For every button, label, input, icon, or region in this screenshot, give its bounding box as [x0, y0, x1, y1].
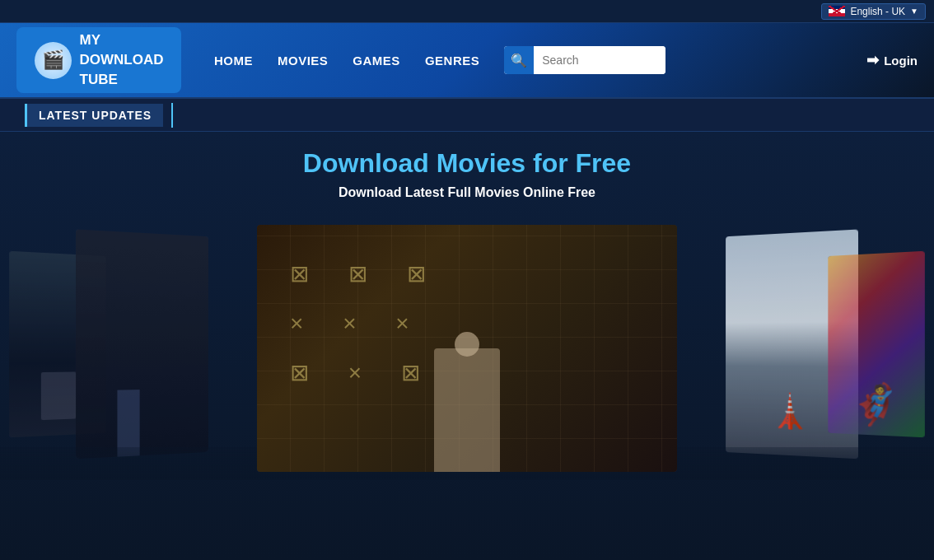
logo-icon	[35, 42, 72, 79]
search-input[interactable]	[534, 46, 665, 74]
center-figure	[434, 348, 500, 472]
movie-card-far-right[interactable]	[828, 251, 925, 437]
movie-card-left[interactable]	[76, 229, 208, 459]
updates-divider	[171, 103, 173, 128]
logo-text: MY DOWNLOAD TUBE	[80, 30, 164, 89]
nav-movies[interactable]: MOVIES	[278, 54, 328, 68]
top-bar: English - UK ▼	[0, 0, 934, 23]
search-button[interactable]: 🔍	[504, 46, 534, 74]
nav-genres[interactable]: GENRES	[425, 54, 479, 68]
language-selector[interactable]: English - UK ▼	[821, 3, 926, 20]
movie-poster-left	[76, 229, 208, 459]
movie-card-center[interactable]	[257, 225, 677, 472]
search-container: 🔍	[504, 46, 665, 74]
header: MY DOWNLOAD TUBE HOME MOVIES GAMES GENRE…	[0, 23, 934, 97]
nav-home[interactable]: HOME	[214, 54, 253, 68]
login-label: Login	[884, 54, 918, 68]
movie-poster-far-right	[828, 251, 925, 437]
movie-carousel	[0, 217, 934, 480]
language-label: English - UK	[850, 6, 905, 17]
flag-uk-icon	[829, 6, 845, 16]
movie-poster-center	[257, 225, 677, 472]
logo[interactable]: MY DOWNLOAD TUBE	[16, 27, 181, 93]
main-content: Download Movies for Free Download Latest…	[0, 132, 934, 560]
latest-updates-label: LATEST UPDATES	[25, 104, 163, 127]
latest-updates-bar: LATEST UPDATES	[0, 97, 934, 132]
chevron-down-icon: ▼	[910, 7, 918, 16]
hero-title: Download Movies for Free	[0, 148, 934, 179]
hero-subtitle: Download Latest Full Movies Online Free	[0, 185, 934, 200]
login-button[interactable]: ➡ Login	[866, 51, 918, 69]
nav-games[interactable]: GAMES	[353, 54, 400, 68]
main-nav: HOME MOVIES GAMES GENRES 🔍	[214, 46, 825, 74]
login-icon: ➡	[866, 51, 879, 69]
